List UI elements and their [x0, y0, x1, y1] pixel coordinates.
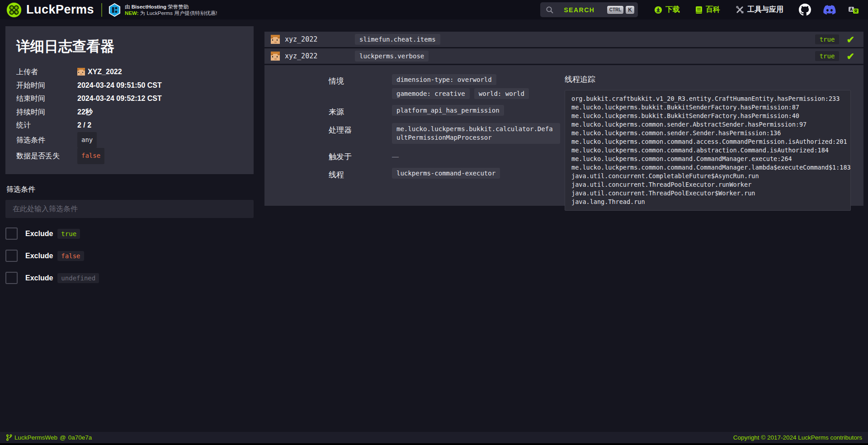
exclude-value-badge: undefined: [57, 273, 99, 283]
key-ctrl: CTRL: [607, 6, 624, 14]
meta-row-end-time: 结束时间 2024-03-24 09:52:12 CST: [16, 92, 243, 105]
player-avatar: [271, 52, 280, 61]
trace-line: me.lucko.luckperms.common.command.access…: [571, 137, 844, 146]
trace-line: java.util.concurrent.ThreadPoolExecutor.…: [571, 180, 844, 189]
exclude-undefined-checkbox[interactable]: [5, 272, 18, 284]
translate-button[interactable]: [848, 6, 859, 14]
row-username: xyz_2022: [285, 35, 317, 43]
meta-row-filter: 筛选条件 any: [16, 132, 243, 148]
navbar-brand[interactable]: LuckPerms: [6, 2, 94, 18]
footer-copyright: Copyright © 2017-2024 LuckPerms contribu…: [733, 434, 862, 441]
meta-label: 开始时间: [16, 79, 77, 92]
search-box[interactable]: SEARCH CTRL K: [540, 2, 638, 17]
trace-line: java.util.concurrent.CompletableFuture$A…: [571, 172, 844, 180]
exclude-row-true: Exclude true: [5, 227, 254, 240]
meta-row-uploader: 上传者 XYZ_2022: [16, 65, 243, 79]
bottom-strip: [0, 443, 868, 445]
exclude-true-checkbox[interactable]: [5, 227, 18, 240]
sidebar: 详细日志查看器 上传者: [5, 26, 254, 432]
footer-app-link[interactable]: LuckPermsWeb: [14, 434, 57, 441]
row-username: xyz_2022: [285, 52, 317, 60]
meta-row-truncated: 数据是否丢失 false: [16, 148, 243, 164]
github-icon: [799, 4, 811, 16]
check-icon: ✔: [846, 52, 854, 61]
log-row[interactable]: xyz_2022 luckperms.verbose true ✔: [264, 48, 863, 64]
processor-badge: me.lucko.luckperms.bukkit.calculator.Def…: [392, 123, 560, 144]
key-k: K: [626, 6, 634, 14]
meta-row-duration: 持续时间 22秒: [16, 105, 243, 119]
filter-heading: 筛选条件: [6, 185, 254, 194]
context-badge: dimension-type: overworld: [392, 74, 496, 85]
trace-line: me.lucko.luckperms.common.command.Comman…: [571, 155, 844, 163]
origin-badge: platform_api_has_permission: [392, 105, 504, 116]
meta-label: 持续时间: [16, 105, 77, 119]
context-badge: world: world: [474, 88, 529, 99]
field-thread: 线程 luckperms-command-executor: [329, 168, 565, 180]
filter-mode-badge: any: [77, 132, 97, 148]
brand-name: LuckPerms: [26, 3, 94, 17]
meta-row-start-time: 开始时间 2024-03-24 09:51:50 CST: [16, 79, 243, 92]
meta-label: 数据是否丢失: [16, 149, 77, 163]
meta-label: 统计: [16, 118, 77, 132]
meta-value: XYZ_2022: [77, 65, 122, 79]
field-cause: 触发于 —: [329, 150, 565, 162]
exclude-value-badge: false: [57, 251, 84, 261]
exclude-row-false: Exclude false: [5, 250, 254, 262]
log-info-panel: 详细日志查看器 上传者: [5, 26, 254, 174]
cause-dash: —: [392, 150, 399, 162]
meta-label: 结束时间: [16, 92, 77, 105]
github-link[interactable]: [799, 4, 811, 16]
search-label: SEARCH: [554, 6, 605, 14]
meta-label: 上传者: [16, 65, 77, 79]
footer-bar: LuckPermsWeb @ 0a70e7a Copyright © 2017-…: [0, 432, 868, 443]
exclude-value-badge: true: [57, 229, 80, 239]
trace-line: me.lucko.luckperms.common.command.Comman…: [571, 163, 844, 172]
footer-separator: @: [60, 434, 66, 441]
permission-badge: luckperms.verbose: [355, 51, 429, 62]
trace-line: me.lucko.luckperms.common.sender.Sender.…: [571, 129, 844, 137]
field-context: 情境 dimension-type: overworld gamemode: c…: [329, 74, 565, 99]
discord-link[interactable]: [823, 5, 836, 15]
truncated-badge: false: [77, 148, 104, 164]
trace-line: java.util.concurrent.ThreadPoolExecutor$…: [571, 189, 844, 198]
trace-box: org.bukkit.craftbukkit.v1_20_R3.entity.C…: [565, 90, 851, 211]
detail-fields: 情境 dimension-type: overworld gamemode: c…: [329, 74, 565, 206]
field-processor: 处理器 me.lucko.luckperms.bukkit.calculator…: [329, 123, 565, 144]
wiki-icon: [695, 6, 703, 14]
log-row[interactable]: xyz_2022 slimefun.cheat.items true ✔: [264, 32, 863, 47]
bisecthosting-logo-icon: [108, 3, 121, 17]
nav-link-wiki[interactable]: 百科: [695, 5, 720, 14]
meta-row-count: 统计 2 / 2: [16, 118, 243, 132]
trace-line: java.lang.Thread.run: [571, 198, 844, 206]
uploader-avatar: [77, 68, 85, 76]
check-icon: ✔: [846, 35, 854, 44]
page-title: 详细日志查看器: [16, 37, 243, 56]
trace-heading: 线程追踪: [565, 74, 853, 85]
exclude-false-checkbox[interactable]: [5, 250, 18, 262]
navbar: LuckPerms 由 BisectHosting 荣誉赞助 NEW: 为 Lu…: [0, 0, 868, 19]
tools-icon: [736, 5, 744, 14]
exclude-row-undefined: Exclude undefined: [5, 272, 254, 284]
trace-line: org.bukkit.craftbukkit.v1_20_R3.entity.C…: [571, 95, 844, 103]
context-badge: gamemode: creative: [392, 88, 470, 99]
result-badge: true: [815, 34, 840, 44]
trace-line: me.lucko.luckperms.bukkit.BukkitSenderFa…: [571, 112, 844, 120]
trace-line: me.lucko.luckperms.bukkit.BukkitSenderFa…: [571, 103, 844, 112]
footer-commit-link[interactable]: 0a70e7a: [68, 434, 92, 441]
search-icon: [546, 6, 554, 14]
result-badge: true: [815, 51, 840, 61]
meta-label: 筛选条件: [16, 133, 77, 147]
translate-icon: [848, 6, 859, 14]
luckperms-logo-icon: [6, 2, 22, 18]
nav-link-download[interactable]: 下载: [654, 5, 680, 14]
filter-input[interactable]: [5, 200, 254, 218]
content: 详细日志查看器 上传者: [0, 19, 868, 432]
nav-link-tools[interactable]: 工具与应用: [736, 5, 783, 14]
sponsor-text: 由 BisectHosting 荣誉赞助 NEW: 为 LuckPerms 用户…: [125, 4, 217, 16]
main-log-area: xyz_2022 slimefun.cheat.items true ✔: [264, 32, 863, 432]
trace-line: me.lucko.luckperms.common.command.abstra…: [571, 146, 844, 155]
thread-badge: luckperms-command-executor: [392, 168, 500, 179]
trace-line: me.lucko.luckperms.common.sender.Abstrac…: [571, 120, 844, 129]
branch-icon: [6, 434, 12, 441]
sponsor-banner[interactable]: 由 BisectHosting 荣誉赞助 NEW: 为 LuckPerms 用户…: [108, 3, 217, 17]
